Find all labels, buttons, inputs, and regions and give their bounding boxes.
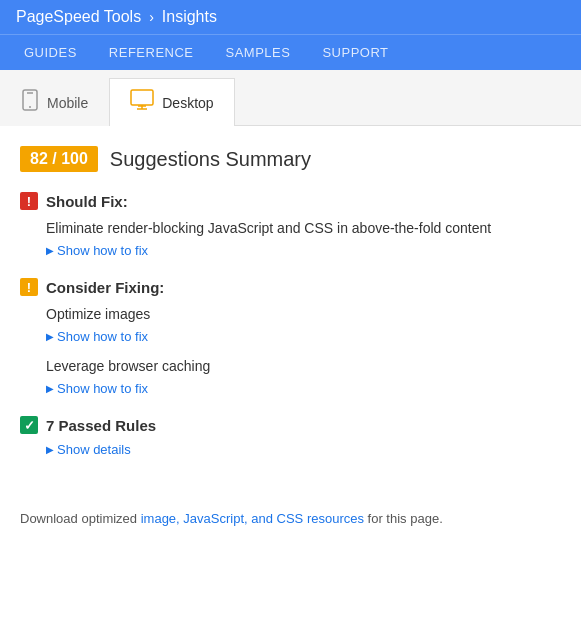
passed-link-label: Show details	[57, 442, 131, 457]
tab-desktop[interactable]: Desktop	[109, 78, 234, 126]
consider-fixing-show-link-1[interactable]: ▶ Show how to fix	[46, 381, 561, 396]
passed-rules-icon: ✓	[20, 416, 38, 434]
should-fix-icon: !	[20, 192, 38, 210]
tab-desktop-label: Desktop	[162, 95, 213, 111]
should-fix-link-label: Show how to fix	[57, 243, 148, 258]
show-link-arrow-1: ▶	[46, 383, 54, 394]
consider-fixing-body: Optimize images ▶ Show how to fix Levera…	[46, 304, 561, 396]
consider-fixing-icon: !	[20, 278, 38, 296]
passed-rules-header: ✓ 7 Passed Rules	[20, 416, 561, 434]
consider-fixing-section: ! Consider Fixing: Optimize images ▶ Sho…	[20, 278, 561, 396]
should-fix-title: Should Fix:	[46, 193, 128, 210]
mobile-icon	[21, 89, 39, 116]
footer: Download optimized image, JavaScript, an…	[0, 497, 581, 549]
consider-fixing-header: ! Consider Fixing:	[20, 278, 561, 296]
page-title: Insights	[162, 8, 217, 26]
footer-link[interactable]: image, JavaScript, and CSS resources	[141, 511, 364, 526]
nav-item-samples[interactable]: SAMPLES	[210, 35, 307, 70]
tab-mobile-label: Mobile	[47, 95, 88, 111]
svg-point-1	[29, 106, 31, 108]
consider-fixing-text-0: Optimize images	[46, 304, 561, 325]
should-fix-show-link[interactable]: ▶ Show how to fix	[46, 243, 561, 258]
passed-rules-title: 7 Passed Rules	[46, 417, 156, 434]
consider-fixing-show-link-0[interactable]: ▶ Show how to fix	[46, 329, 561, 344]
consider-fixing-title: Consider Fixing:	[46, 279, 164, 296]
consider-fixing-link-label-1: Show how to fix	[57, 381, 148, 396]
score-badge: 82 / 100	[20, 146, 98, 172]
consider-fixing-text-1: Leverage browser caching	[46, 356, 561, 377]
consider-fixing-link-label-0: Show how to fix	[57, 329, 148, 344]
nav-item-guides[interactable]: GUIDES	[8, 35, 93, 70]
brand-name[interactable]: PageSpeed Tools	[16, 8, 141, 26]
nav-item-reference[interactable]: REFERENCE	[93, 35, 210, 70]
score-row: 82 / 100 Suggestions Summary	[20, 146, 561, 172]
desktop-icon	[130, 89, 154, 116]
tab-bar: Mobile Desktop	[0, 70, 581, 126]
passed-rules-show-link[interactable]: ▶ Show details	[46, 442, 561, 457]
show-link-arrow-0: ▶	[46, 331, 54, 342]
score-label: Suggestions Summary	[110, 148, 311, 171]
passed-rules-body: ▶ Show details	[46, 442, 561, 457]
tab-mobile[interactable]: Mobile	[0, 78, 109, 126]
svg-rect-3	[131, 90, 153, 105]
should-fix-header: ! Should Fix:	[20, 192, 561, 210]
should-fix-body: Eliminate render-blocking JavaScript and…	[46, 218, 561, 258]
should-fix-section: ! Should Fix: Eliminate render-blocking …	[20, 192, 561, 258]
passed-arrow: ▶	[46, 444, 54, 455]
main-content: 82 / 100 Suggestions Summary ! Should Fi…	[0, 126, 581, 497]
breadcrumb-chevron: ›	[149, 9, 154, 25]
main-nav: GUIDES REFERENCE SAMPLES SUPPORT	[0, 34, 581, 70]
show-link-arrow: ▶	[46, 245, 54, 256]
footer-prefix: Download optimized	[20, 511, 141, 526]
nav-item-support[interactable]: SUPPORT	[306, 35, 404, 70]
should-fix-text: Eliminate render-blocking JavaScript and…	[46, 218, 561, 239]
footer-suffix: for this page.	[364, 511, 443, 526]
app-header: PageSpeed Tools › Insights	[0, 0, 581, 34]
passed-rules-section: ✓ 7 Passed Rules ▶ Show details	[20, 416, 561, 457]
